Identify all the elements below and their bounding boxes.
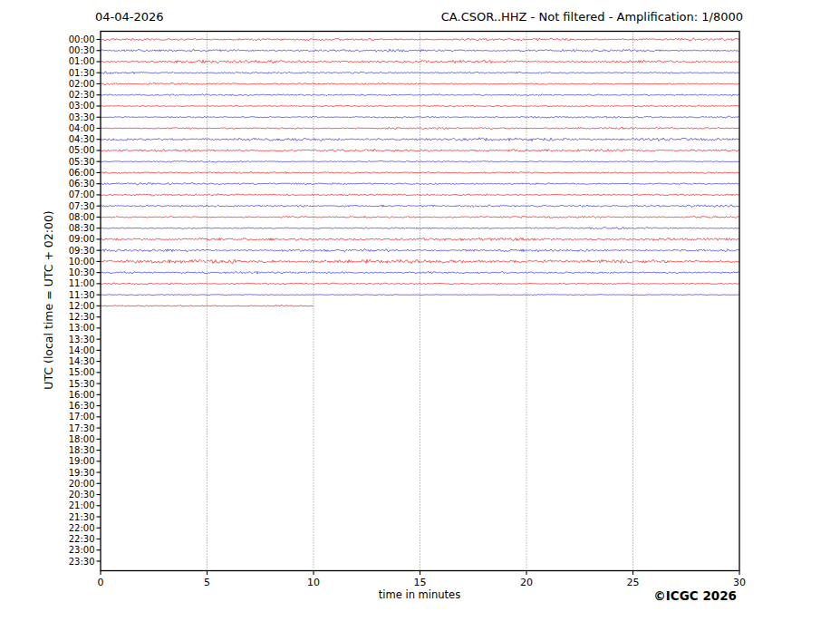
- x-tick-label: 25: [627, 577, 640, 588]
- y-tick-label: 04:00: [69, 123, 95, 133]
- y-tick-label: 07:00: [69, 189, 95, 199]
- x-tick-label: 20: [520, 577, 533, 588]
- y-tick-label: 17:30: [69, 423, 95, 433]
- y-tick-label: 14:00: [69, 345, 95, 355]
- y-tick-label: 13:30: [69, 335, 95, 345]
- y-tick-label: 22:00: [69, 523, 95, 533]
- seismic-trace-0700: [101, 194, 739, 196]
- y-tick-label: 14:30: [69, 356, 95, 366]
- y-tick-label: 10:00: [69, 257, 95, 267]
- y-tick-label: 18:30: [69, 445, 95, 455]
- x-tick-label: 15: [414, 577, 427, 588]
- y-tick-label: 08:00: [69, 212, 95, 222]
- y-tick-label: 08:30: [69, 223, 95, 233]
- x-tick-label: 0: [98, 577, 104, 588]
- y-tick-label: 03:30: [69, 112, 95, 122]
- y-tick-label: 05:00: [69, 145, 95, 155]
- y-tick-label: 02:00: [69, 79, 95, 89]
- seismic-trace-0400: [101, 127, 739, 129]
- y-tick-label: 02:30: [69, 90, 95, 100]
- copyright-label: ©ICGC 2026: [653, 588, 737, 603]
- y-tick-label: 18:00: [69, 434, 95, 444]
- x-tick-label: 10: [307, 577, 320, 588]
- seismic-trace-0030: [101, 49, 739, 52]
- seismic-trace-0730: [101, 205, 739, 208]
- y-tick-label: 01:30: [69, 68, 95, 78]
- y-tick-label: 23:00: [69, 545, 95, 555]
- y-tick-label: 21:30: [69, 512, 95, 522]
- y-tick-label: 07:30: [69, 201, 95, 211]
- x-axis-label: time in minutes: [379, 588, 460, 601]
- seismic-trace-0130: [101, 72, 739, 73]
- y-tick-label: 06:30: [69, 179, 95, 189]
- y-tick-label: 20:30: [69, 490, 95, 500]
- y-tick-label: 00:30: [69, 45, 95, 55]
- y-tick-label: 17:00: [69, 412, 95, 422]
- seismic-trace-0800: [101, 216, 739, 218]
- y-tick-label: 12:30: [69, 312, 95, 322]
- helicorder-page: 04-04-2026 CA.CSOR..HHZ - Not filtered -…: [0, 0, 840, 631]
- y-tick-label: 01:00: [69, 56, 95, 66]
- y-tick-label: 16:00: [69, 390, 95, 400]
- x-tick-label: 5: [204, 577, 210, 588]
- y-tick-label: 10:30: [69, 267, 95, 277]
- y-tick-label: 19:30: [69, 468, 95, 478]
- y-tick-label: 20:00: [69, 479, 95, 489]
- x-tick-label: 30: [733, 577, 746, 588]
- y-tick-label: 21:00: [69, 500, 95, 510]
- y-tick-label: 06:00: [69, 168, 95, 178]
- y-tick-label: 11:00: [69, 278, 95, 288]
- y-tick-label: 03:00: [69, 101, 95, 111]
- y-tick-label: 04:30: [69, 134, 95, 144]
- y-tick-label: 15:30: [69, 379, 95, 389]
- y-tick-label: 09:00: [69, 234, 95, 244]
- y-tick-label: 05:30: [69, 157, 95, 167]
- y-tick-label: 22:30: [69, 534, 95, 544]
- y-tick-label: 00:00: [69, 34, 95, 44]
- y-tick-label: 13:00: [69, 323, 95, 333]
- y-tick-label: 12:00: [69, 301, 95, 311]
- y-tick-label: 16:30: [69, 401, 95, 411]
- helicorder-plot: 00:0000:3001:0001:3002:0002:3003:0003:30…: [0, 0, 840, 631]
- y-tick-label: 23:30: [69, 557, 95, 567]
- seismic-trace-0100: [101, 60, 739, 63]
- y-tick-label: 19:00: [69, 456, 95, 466]
- y-tick-label: 11:30: [69, 290, 95, 300]
- y-tick-label: 15:00: [69, 367, 95, 377]
- seismic-trace-0900: [101, 238, 739, 240]
- y-tick-label: 09:30: [69, 246, 95, 256]
